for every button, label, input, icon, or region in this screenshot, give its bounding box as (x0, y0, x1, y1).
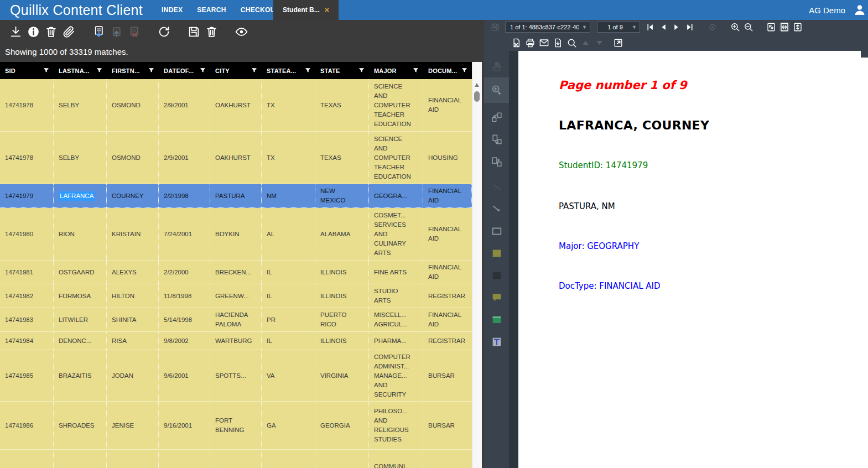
table-cell: FORT BENNING (210, 402, 262, 449)
document-select-dropdown[interactable]: 1 of 1: 4883c837-c222-40a8-b0...▼ (505, 22, 590, 33)
column-header-major[interactable]: MAJOR (369, 62, 423, 79)
nav-item-index[interactable]: INDEX (162, 6, 183, 14)
open-external-icon[interactable] (613, 38, 623, 48)
fit-page-icon[interactable] (766, 22, 776, 32)
table-cell: 5/14/1998 (159, 308, 210, 331)
stamp-tool[interactable] (484, 309, 509, 331)
page-select-dropdown[interactable]: 1 of 9▼ (597, 22, 640, 33)
filter-icon[interactable] (461, 67, 468, 74)
column-header-firstn[interactable]: FIRSTN... (107, 62, 159, 79)
tab-close-icon[interactable]: × (325, 6, 329, 14)
student-id-line: StudentID: 14741979 (559, 160, 857, 170)
table-row[interactable]: 14741978SELBYOSMOND2/9/2001OAKHURSTTXTEX… (0, 132, 472, 184)
student-name-heading: LAFRANCA, COURNEY (559, 118, 857, 132)
table-row[interactable]: 14741987SELLEWWINSLOW6/20/1999BRIDGEP...… (0, 450, 472, 468)
highlight-tool[interactable] (484, 242, 509, 264)
export-page-icon[interactable] (553, 38, 563, 48)
delete-page-icon[interactable] (511, 38, 522, 48)
filter-icon[interactable] (412, 67, 419, 74)
table-row[interactable]: 14741982FORMOSAHILTON11/8/1998GREENW...I… (0, 284, 472, 308)
fit-height-icon[interactable] (793, 22, 803, 32)
first-page-icon[interactable] (645, 22, 655, 32)
zoom-region-tool[interactable] (484, 77, 509, 103)
refresh-icon[interactable] (157, 25, 171, 39)
last-page-icon[interactable] (685, 22, 695, 32)
table-cell: ILLINOIS (315, 284, 369, 308)
table-scrollbar[interactable] (472, 62, 482, 468)
print-icon[interactable] (525, 38, 536, 48)
filter-icon[interactable] (148, 67, 155, 74)
location-line: PASTURA, NM (559, 201, 857, 211)
viewer-toolbar-primary: 1 of 1: 4883c837-c222-40a8-b0...▼1 of 9▼ (484, 20, 868, 34)
table-row[interactable]: 14741980RIONKRISTAIN7/24/2001BOYKINALALA… (0, 208, 472, 261)
delete-document-icon[interactable] (44, 25, 58, 39)
redaction-tool[interactable] (484, 264, 509, 287)
download-icon[interactable] (9, 25, 23, 39)
pan-icon (491, 60, 503, 72)
arrow-tool[interactable] (484, 198, 509, 220)
person-icon[interactable] (853, 3, 866, 17)
table-row[interactable]: 14741978SELBYOSMOND2/9/2001OAKHURSTTXTEX… (0, 79, 472, 132)
filter-icon[interactable] (96, 67, 103, 74)
copy-pages-tool[interactable] (484, 128, 509, 150)
table-row[interactable]: 14741983LITWILERSHINITA5/14/1998HACIENDA… (0, 308, 472, 332)
filter-icon[interactable] (358, 67, 365, 74)
table-row[interactable]: 14741986SHROADESJENISE9/16/2001FORT BENN… (0, 402, 472, 450)
table-row[interactable]: 14741981OSTGAARDALEXYS2/2/2000BRECKEN...… (0, 261, 472, 284)
table-cell: COMMUNI... AND (369, 450, 423, 468)
table-cell: SHROADES (54, 402, 107, 449)
save-icon[interactable] (187, 25, 201, 39)
column-header-docum[interactable]: DOCUM... (423, 62, 472, 79)
table-row[interactable]: 14741984DENONC...RISA9/8/2002WARTBURGILI… (0, 332, 472, 350)
app-window: Quillix Content Client INDEXSEARCHCHECKO… (0, 0, 868, 468)
scrollbar-thumb[interactable] (474, 91, 480, 102)
text-tool[interactable] (484, 331, 509, 353)
rectangle-tool[interactable] (484, 220, 509, 242)
attachment-icon[interactable] (62, 25, 76, 39)
filter-icon[interactable] (199, 67, 206, 74)
rotate-pages-tool[interactable] (484, 106, 509, 128)
table-cell: TEXAS (315, 79, 369, 131)
table-row[interactable]: 14741985BRAZAITISJODAN9/6/2001SPOTTS...V… (0, 350, 472, 402)
view-icon[interactable] (235, 25, 248, 39)
column-header-city[interactable]: CITY (210, 62, 262, 79)
email-icon[interactable] (539, 38, 549, 48)
move-pages-tool[interactable] (484, 150, 509, 173)
note-tool[interactable] (484, 287, 509, 309)
table-cell: 7/24/2001 (159, 208, 210, 260)
fit-width-icon[interactable] (779, 22, 789, 32)
table-cell: SELLEW (54, 450, 107, 468)
filter-icon[interactable] (251, 67, 258, 74)
line-tool (484, 176, 509, 198)
column-header-state[interactable]: STATE (315, 62, 369, 79)
delete-icon[interactable] (205, 25, 219, 39)
note-icon (491, 292, 503, 304)
filter-icon[interactable] (43, 67, 50, 74)
table-cell: FINANCIAL AID (423, 261, 472, 284)
filter-icon[interactable] (304, 67, 311, 74)
nav-item-search[interactable]: SEARCH (197, 6, 226, 14)
zoom-in-icon[interactable] (730, 22, 740, 32)
table-cell: 14741982 (0, 284, 54, 308)
scrollbar-up-arrow-icon[interactable] (475, 83, 479, 87)
next-page-icon[interactable] (672, 22, 682, 32)
viewer-scroll-corner[interactable] (861, 51, 868, 58)
stamp-icon (491, 314, 503, 326)
table-cell: DENONC... (54, 332, 107, 350)
chevron-down-icon[interactable]: ▼ (582, 24, 587, 30)
tab-student-batch[interactable]: Student B... × (273, 0, 339, 20)
checkin-document-icon[interactable] (92, 25, 106, 39)
search-icon[interactable] (566, 38, 577, 48)
info-icon[interactable] (27, 25, 40, 39)
prev-page-icon[interactable] (658, 22, 668, 32)
column-header-statea[interactable]: STATEA... (262, 62, 315, 79)
annotation-toolbar (484, 51, 509, 468)
column-header-dateof[interactable]: DATEOF... (159, 62, 210, 79)
zoom-out-icon[interactable] (744, 22, 753, 32)
table-cell: GA (262, 402, 315, 449)
column-header-lastna[interactable]: LASTNA... (54, 62, 107, 79)
table-cell: NM (262, 184, 315, 207)
column-header-sid[interactable]: SID (0, 62, 54, 79)
chevron-down-icon[interactable]: ▼ (632, 24, 637, 30)
table-row[interactable]: 14741979LAFRANCACOURNEY2/2/1998PASTURANM… (0, 184, 472, 208)
